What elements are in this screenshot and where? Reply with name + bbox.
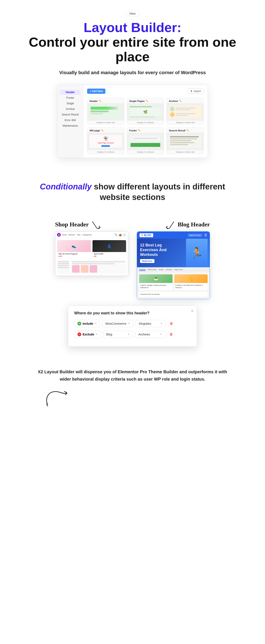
blog-x: X <box>141 234 143 237</box>
tab-popular[interactable]: Popular <box>139 268 146 271</box>
product-name: Nike Air Zoom Pegasus <box>58 253 90 255</box>
sidebar-item-footer[interactable]: Footer <box>60 95 80 100</box>
browser-logo: X <box>57 233 61 237</box>
card-header-title: Header ✏️ <box>87 98 124 103</box>
trash-icon: 🗑 <box>170 332 173 336</box>
tab-health[interactable]: Health <box>158 268 164 271</box>
content-line <box>72 263 114 264</box>
shop-header-block: Shop Header X ShopWomenKidsCategories 🔍 … <box>55 220 128 276</box>
chevron-down-icon: ▼ <box>96 333 98 336</box>
import-icon: ⬆ <box>190 90 192 93</box>
sidebar-item-header[interactable]: Header <box>60 90 80 95</box>
sidebar-filter <box>58 261 69 262</box>
hamburger-icon[interactable]: ☰ <box>204 233 207 237</box>
bag-icon: 👜 <box>119 233 122 236</box>
delete-row1-button[interactable]: 🗑 <box>168 320 175 327</box>
description-text: X2 Layout Builder will dispense you of E… <box>34 368 230 383</box>
decorative-arrow <box>43 389 69 406</box>
edit-icon[interactable]: ✏️ <box>101 129 104 132</box>
shop-body: 👟 Nike Air Zoom Pegasus $128 👗 Sport Out… <box>55 238 128 276</box>
builder-grid: Header ✏️ Display At: Entire Site Si <box>87 98 204 154</box>
conditional-highlight: Conditionally <box>40 182 92 191</box>
card-footer-404: Display At: Archives <box>87 150 124 154</box>
layout-card-archive: Archive ✏️ <box>166 98 204 125</box>
dialog-close-button[interactable]: × <box>191 309 193 313</box>
layout-card-404: 404 page ✏️ 👻 Oops! Page not found Displ… <box>87 127 124 154</box>
blog-logo: X BLOG <box>140 233 153 237</box>
card-header-title: Search Result ✏️ <box>167 128 204 133</box>
blog-read-more-button[interactable]: Read more <box>140 259 154 263</box>
product-name: Sport Outfit <box>94 253 125 255</box>
new-badge: New <box>126 11 140 16</box>
import-button[interactable]: ⬆ Import <box>188 88 204 94</box>
edit-icon[interactable]: ✏️ <box>99 100 102 102</box>
shop-products-row: 👟 Nike Air Zoom Pegasus $128 👗 Sport Out… <box>55 238 128 260</box>
blog-top-bar: X BLOG Back to story ☰ <box>137 232 210 239</box>
archives-dropdown[interactable]: Archives ▼ <box>135 331 166 338</box>
blog-articles: 🥗 9 game changer recipes you'll get addi… <box>137 272 210 299</box>
blog-hero-text: 12 Best Leg Exercises And Workouts <box>140 243 177 257</box>
hero-title-colored: Layout Builder: <box>84 20 182 35</box>
edit-icon[interactable]: ✏️ <box>146 100 148 102</box>
shop-sidebar-section <box>55 260 128 276</box>
headers-demo: Shop Header X ShopWomenKidsCategories 🔍 … <box>0 220 265 299</box>
include-button[interactable]: + Include ▼ <box>74 320 100 328</box>
exclude-button[interactable]: − Exclude ▼ <box>74 330 101 338</box>
chevron-down-icon: ▼ <box>160 322 162 325</box>
archives-label: Archives <box>138 333 150 336</box>
shop-product-img: 👟 <box>57 240 91 252</box>
sidebar-item-search[interactable]: Search Result <box>60 112 80 117</box>
blog-dropdown[interactable]: Blog ▼ <box>103 331 133 338</box>
card-preview-404: 👻 Oops! Page not found <box>87 133 124 150</box>
tab-lifestyle[interactable]: Lifestyle <box>166 268 172 271</box>
blog-nav-right: Back to story ☰ <box>188 233 207 237</box>
blog-label: BLOG <box>144 234 152 237</box>
builder-main: + Add New ⬆ Import Header ✏️ <box>83 85 208 158</box>
woocommerce-dropdown[interactable]: WooCommerce ▼ <box>102 320 133 327</box>
edit-icon[interactable]: ✏️ <box>179 100 182 102</box>
card-header-title: Footer ✏️ <box>127 128 164 133</box>
shop-product-shoes: 👟 Nike Air Zoom Pegasus $128 <box>57 240 91 258</box>
hero-title-main: Control your entire site from one place <box>29 34 236 64</box>
blog-header-label: Blog Header <box>137 220 210 229</box>
edit-icon[interactable]: ✏️ <box>186 129 189 132</box>
card-preview-single: 🌿 <box>127 103 164 120</box>
blog-article-card: 🥗 9 game changer recipes you'll get addi… <box>139 274 172 290</box>
tab-fitness[interactable]: Fitness tips <box>148 268 156 271</box>
chevron-down-icon: ▼ <box>128 322 130 325</box>
chevron-down-icon: ▼ <box>128 333 130 336</box>
layout-card-search: Search Result ✏️ Display At: Entire Site <box>166 127 204 154</box>
card-preview-footer <box>127 133 164 150</box>
article-content: Exercise Plan for Seniors <box>139 292 208 297</box>
conditional-section: Conditionally show different layouts in … <box>0 166 265 220</box>
description-section: X2 Layout Builder will dispense you of E… <box>0 355 265 420</box>
browser-icons: 🔍 👜 🛒 <box>114 233 126 236</box>
back-to-story-button[interactable]: Back to story <box>188 234 202 237</box>
sidebar-filter <box>58 267 69 268</box>
hero-title: Layout Builder: Control your entire site… <box>26 20 239 64</box>
chevron-down-icon: ▼ <box>160 333 162 336</box>
singulars-dropdown[interactable]: Singulars ▼ <box>136 320 166 327</box>
exclude-icon: − <box>78 332 81 336</box>
blog-article-card: Exercise Plan for Seniors <box>139 292 208 297</box>
shop-product-model: 👗 Sport Outfit $89 <box>92 240 126 258</box>
conditional-dialog: × Where do you want to show this header?… <box>68 306 197 346</box>
include-label: Include <box>82 322 93 325</box>
sidebar-item-error[interactable]: Error 404 <box>60 118 80 123</box>
builder-mockup: Header Footer Single Archive Search Resu… <box>57 85 208 158</box>
card-footer-single: Display At: Archives <box>127 120 164 124</box>
sidebar-item-archive[interactable]: Archive <box>60 106 80 112</box>
card-footer-header: Display At: Entire Site <box>87 120 124 124</box>
edit-icon[interactable]: ✏️ <box>138 129 140 132</box>
browser-top-bar: X ShopWomenKidsCategories 🔍 👜 🛒 <box>55 232 128 238</box>
tab-more[interactable]: Enjoy more <box>174 268 183 271</box>
cart-icon: 🛒 <box>123 233 126 236</box>
add-new-button[interactable]: + Add New <box>87 88 106 94</box>
card-footer-archive: Display At: Entire Site <box>167 120 204 124</box>
layout-card-single: Single Pages ✏️ 🌿 Display At: Archives <box>127 98 164 125</box>
sidebar-item-single[interactable]: Single <box>60 101 80 106</box>
blog-label: Blog <box>106 333 112 336</box>
dialog-title: Where do you want to show this header? <box>74 311 191 316</box>
sidebar-item-maintenance[interactable]: Maintenance <box>60 123 80 128</box>
delete-row2-button[interactable]: 🗑 <box>168 331 175 338</box>
